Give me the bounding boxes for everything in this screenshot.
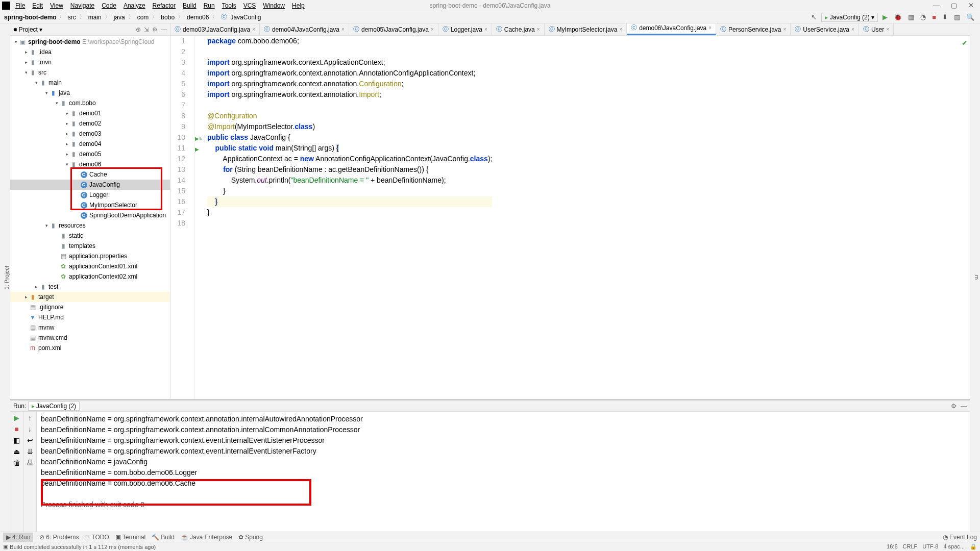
breadcrumb[interactable]: spring-boot-demo〉 src〉 main〉 java〉 com〉 …	[4, 13, 262, 21]
menu-code[interactable]: Code	[99, 1, 119, 10]
tree-logger[interactable]: Logger	[89, 191, 108, 198]
stop-icon[interactable]: ■	[14, 425, 18, 433]
menu-edit[interactable]: Edit	[29, 1, 46, 10]
status-indent[interactable]: 4 spac...	[943, 543, 965, 550]
btab-eventlog[interactable]: ◔ Event Log	[943, 534, 977, 541]
menu-build[interactable]: Build	[180, 1, 200, 10]
breadcrumb-java[interactable]: java	[113, 14, 126, 21]
breadcrumb-main[interactable]: main	[87, 14, 103, 21]
tab-close-icon[interactable]: ×	[252, 27, 255, 32]
btab-build[interactable]: 🔨 Build	[152, 534, 175, 541]
up-stack-icon[interactable]: ↑	[28, 414, 32, 422]
tree-pom[interactable]: pom.xml	[38, 344, 61, 352]
project-tool-label[interactable]: ■ Project ▾	[13, 26, 42, 33]
tree-demo04[interactable]: demo04	[79, 140, 101, 147]
tree-root[interactable]: spring-boot-demo	[28, 38, 81, 45]
menu-tools[interactable]: Tools	[219, 1, 239, 10]
tree-static[interactable]: static	[69, 232, 83, 239]
tree-appprops[interactable]: application.properties	[69, 253, 127, 260]
menu-window[interactable]: Window	[260, 1, 288, 10]
editor-tab[interactable]: ⓒCache.java×	[492, 23, 545, 35]
tree-mvn[interactable]: .mvn	[38, 59, 52, 66]
btab-problems[interactable]: ⊘ 6: Problems	[39, 534, 79, 541]
collapse-icon[interactable]: ⇲	[144, 26, 149, 33]
editor-tab[interactable]: ⓒdemo04\JavaConfig.java×	[260, 23, 349, 35]
ide-structure-icon[interactable]: ▥	[952, 13, 962, 21]
menu-refactor[interactable]: Refactor	[150, 1, 179, 10]
editor-tab[interactable]: ⓒdemo06\JavaConfig.java×	[627, 23, 716, 35]
tree-target[interactable]: target	[38, 293, 54, 300]
editor-tab[interactable]: ⓒLogger.java×	[438, 23, 492, 35]
btab-terminal[interactable]: ▣ Terminal	[115, 534, 145, 541]
close-icon[interactable]: ✕	[964, 1, 978, 10]
tree-gitignore[interactable]: .gitignore	[38, 304, 63, 311]
run-hide-icon[interactable]: —	[961, 403, 967, 410]
tab-close-icon[interactable]: ×	[619, 27, 622, 32]
tree-demo06[interactable]: demo06	[79, 161, 101, 168]
vcs-update-icon[interactable]: ⬇	[941, 13, 949, 21]
rerun-icon[interactable]: ▶	[14, 414, 19, 422]
tree-cache[interactable]: Cache	[89, 171, 107, 178]
breadcrumb-src[interactable]: src	[67, 14, 77, 21]
gutter-run-class-icon[interactable]: ▶↻	[195, 133, 203, 144]
btab-jee[interactable]: ☕ Java Enterprise	[181, 534, 232, 541]
inspections-ok-icon[interactable]: ✔	[962, 38, 968, 48]
status-encoding[interactable]: UTF-8	[922, 543, 938, 550]
trash-icon[interactable]: 🗑	[13, 459, 20, 467]
tree-ctx01[interactable]: applicationContext01.xml	[69, 263, 137, 270]
tree-selector[interactable]: MyImportSelector	[89, 202, 137, 209]
status-caret-pos[interactable]: 16:6	[887, 543, 897, 550]
rail-m[interactable]: m	[974, 272, 980, 283]
run-button-icon[interactable]: ▶	[881, 13, 889, 21]
breadcrumb-demo06[interactable]: demo06	[186, 14, 210, 21]
btab-run[interactable]: ▶ 4: Run	[3, 533, 33, 542]
status-line-sep[interactable]: CRLF	[903, 543, 918, 550]
tree-resources[interactable]: resources	[59, 222, 86, 229]
tab-close-icon[interactable]: ×	[537, 27, 540, 32]
menu-help[interactable]: Help	[289, 1, 308, 10]
editor-tab[interactable]: ⓒdemo05\JavaConfig.java×	[349, 23, 438, 35]
editor-tab[interactable]: ⓒdemo03\JavaConfig.java×	[170, 23, 260, 35]
wrap-icon[interactable]: ↩	[27, 436, 33, 444]
dump-icon[interactable]: ◧	[13, 436, 20, 444]
menu-view[interactable]: View	[47, 1, 66, 10]
project-tree[interactable]: ▾▣spring-boot-demo E:\workspace\SpringCl…	[10, 36, 170, 399]
tree-mvnw[interactable]: mvnw	[38, 324, 54, 331]
debug-button-icon[interactable]: 🐞	[892, 13, 903, 21]
tree-demo02[interactable]: demo02	[79, 120, 101, 127]
tree-src[interactable]: src	[38, 69, 46, 76]
hide-panel-icon[interactable]: —	[161, 26, 167, 33]
tree-combobo[interactable]: com.bobo	[69, 99, 96, 107]
breadcrumb-com[interactable]: com	[136, 14, 150, 21]
tree-app[interactable]: SpringBootDemoApplication	[89, 212, 166, 219]
run-tab[interactable]: ▸ JavaConfig (2)	[28, 402, 80, 411]
tree-mvnwcmd[interactable]: mvnw.cmd	[38, 334, 67, 341]
tree-ctx02[interactable]: applicationContext02.xml	[69, 273, 137, 280]
breadcrumb-class[interactable]: JavaConfig	[229, 14, 262, 21]
scroll-icon[interactable]: ⇊	[27, 447, 33, 456]
menu-analyze[interactable]: Analyze	[120, 1, 149, 10]
coverage-icon[interactable]: ▦	[906, 13, 916, 21]
stop-button-icon[interactable]: ■	[930, 13, 938, 21]
status-lock-icon[interactable]: 🔒	[970, 543, 977, 550]
btab-spring[interactable]: ✿ Spring	[238, 534, 263, 541]
down-stack-icon[interactable]: ↓	[28, 425, 32, 433]
exit-icon[interactable]: ⏏	[13, 447, 20, 456]
tab-close-icon[interactable]: ×	[341, 27, 345, 32]
tree-demo03[interactable]: demo03	[79, 130, 101, 137]
editor-tab[interactable]: ⓒPersonService.java×	[716, 23, 791, 35]
breadcrumb-bobo[interactable]: bobo	[160, 14, 176, 21]
code-editor[interactable]: 123456789101112131415161718 ▶↻▶ package …	[170, 36, 970, 399]
tab-close-icon[interactable]: ×	[851, 27, 854, 32]
editor-tab[interactable]: ⓒMyImportSelector.java×	[545, 23, 627, 35]
btab-todo[interactable]: ≣ TODO	[85, 534, 109, 541]
maximize-icon[interactable]: ▢	[947, 1, 961, 10]
tab-close-icon[interactable]: ×	[708, 25, 712, 31]
tab-close-icon[interactable]: ×	[886, 27, 889, 32]
run-config-selector[interactable]: ▸ JavaConfig (2) ▾	[821, 13, 878, 22]
menu-navigate[interactable]: Navigate	[67, 1, 97, 10]
tree-java[interactable]: java	[59, 89, 70, 96]
tree-test[interactable]: test	[48, 283, 58, 290]
tree-idea[interactable]: .idea	[38, 48, 52, 56]
editor-tab[interactable]: ⓒUserService.java×	[791, 23, 859, 35]
